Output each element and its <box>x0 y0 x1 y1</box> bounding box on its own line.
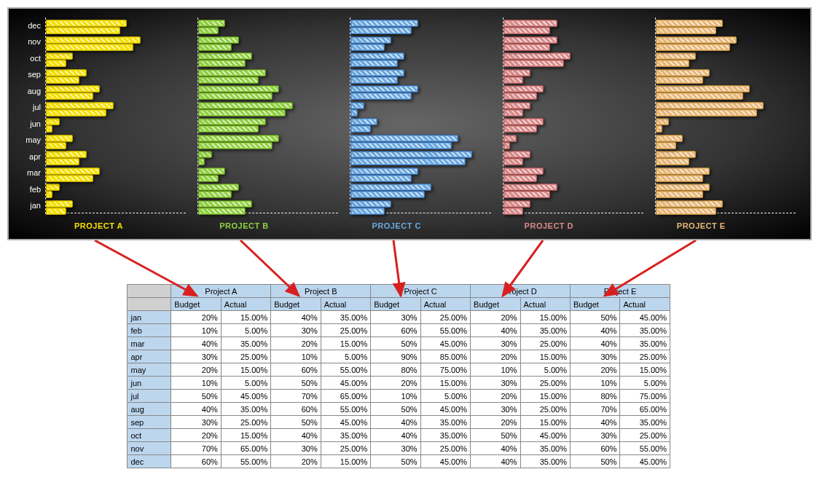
cell-budget[interactable]: 40% <box>471 442 520 455</box>
cell-actual[interactable]: 15.00% <box>221 311 270 324</box>
cell-actual[interactable]: 15.00% <box>221 363 270 377</box>
cell-budget[interactable]: 40% <box>371 416 420 429</box>
cell-actual[interactable]: 45.00% <box>321 377 370 390</box>
cell-actual[interactable]: 5.00% <box>520 363 570 377</box>
cell-budget[interactable]: 20% <box>371 377 420 390</box>
cell-budget[interactable]: 10% <box>570 377 619 390</box>
project-header[interactable]: Project E <box>570 285 670 298</box>
cell-budget[interactable]: 20% <box>171 429 221 442</box>
cell-budget[interactable]: 40% <box>471 324 520 337</box>
cell-budget[interactable]: 10% <box>471 363 520 377</box>
column-header[interactable]: Actual <box>221 298 270 311</box>
month-cell[interactable]: may <box>128 363 171 377</box>
cell-budget[interactable]: 30% <box>171 350 221 363</box>
cell-actual[interactable]: 35.00% <box>620 324 670 337</box>
cell-actual[interactable]: 85.00% <box>420 350 470 363</box>
cell-actual[interactable]: 25.00% <box>520 403 570 416</box>
cell-actual[interactable]: 65.00% <box>620 403 670 416</box>
month-cell[interactable]: aug <box>128 403 171 416</box>
cell-actual[interactable]: 15.00% <box>420 377 470 390</box>
cell-actual[interactable]: 25.00% <box>221 350 270 363</box>
cell-budget[interactable]: 40% <box>271 311 321 324</box>
cell-actual[interactable]: 5.00% <box>221 324 270 337</box>
cell-actual[interactable]: 45.00% <box>620 455 670 468</box>
cell-budget[interactable]: 30% <box>471 377 520 390</box>
cell-budget[interactable]: 40% <box>570 337 619 350</box>
cell-actual[interactable]: 35.00% <box>620 337 670 350</box>
column-header[interactable]: Budget <box>570 298 619 311</box>
month-cell[interactable]: jan <box>128 311 171 324</box>
cell-budget[interactable]: 10% <box>271 350 321 363</box>
cell-budget[interactable]: 10% <box>171 324 221 337</box>
cell-budget[interactable]: 50% <box>371 337 420 350</box>
cell-budget[interactable]: 60% <box>570 442 619 455</box>
cell-budget[interactable]: 20% <box>471 416 520 429</box>
project-header[interactable]: Project A <box>171 285 271 298</box>
cell-budget[interactable]: 10% <box>171 377 221 390</box>
cell-budget[interactable]: 50% <box>371 455 420 468</box>
cell-budget[interactable]: 40% <box>371 429 420 442</box>
project-header[interactable]: Project B <box>271 285 371 298</box>
cell-actual[interactable]: 55.00% <box>620 442 670 455</box>
cell-budget[interactable]: 40% <box>570 324 619 337</box>
cell-actual[interactable]: 5.00% <box>420 390 470 403</box>
cell-actual[interactable]: 35.00% <box>321 429 370 442</box>
month-cell[interactable]: nov <box>128 442 171 455</box>
cell-budget[interactable]: 50% <box>271 377 321 390</box>
cell-actual[interactable]: 25.00% <box>221 416 270 429</box>
cell-budget[interactable]: 90% <box>371 350 420 363</box>
cell-budget[interactable]: 80% <box>371 363 420 377</box>
month-cell[interactable]: mar <box>128 337 171 350</box>
cell-actual[interactable]: 25.00% <box>620 350 670 363</box>
cell-budget[interactable]: 40% <box>570 416 619 429</box>
cell-actual[interactable]: 5.00% <box>620 377 670 390</box>
cell-actual[interactable]: 35.00% <box>420 416 470 429</box>
column-header[interactable]: Budget <box>171 298 221 311</box>
cell-actual[interactable]: 45.00% <box>620 311 670 324</box>
cell-actual[interactable]: 65.00% <box>221 442 270 455</box>
column-header[interactable]: Actual <box>520 298 570 311</box>
cell-actual[interactable]: 25.00% <box>420 311 470 324</box>
cell-budget[interactable]: 50% <box>271 416 321 429</box>
cell-budget[interactable]: 30% <box>171 416 221 429</box>
cell-budget[interactable]: 20% <box>171 363 221 377</box>
cell-actual[interactable]: 35.00% <box>520 324 570 337</box>
cell-budget[interactable]: 30% <box>271 324 321 337</box>
cell-budget[interactable]: 50% <box>570 311 619 324</box>
cell-budget[interactable]: 20% <box>171 311 221 324</box>
cell-budget[interactable]: 30% <box>570 350 619 363</box>
month-cell[interactable]: jun <box>128 377 171 390</box>
cell-budget[interactable]: 50% <box>371 403 420 416</box>
cell-actual[interactable]: 35.00% <box>221 403 270 416</box>
cell-budget[interactable]: 60% <box>171 455 221 468</box>
cell-budget[interactable]: 40% <box>171 337 221 350</box>
column-header[interactable]: Actual <box>321 298 370 311</box>
cell-budget[interactable]: 20% <box>471 311 520 324</box>
column-header[interactable]: Budget <box>371 298 420 311</box>
cell-budget[interactable]: 20% <box>271 455 321 468</box>
cell-actual[interactable]: 15.00% <box>520 390 570 403</box>
cell-actual[interactable]: 45.00% <box>420 403 470 416</box>
month-cell[interactable]: apr <box>128 350 171 363</box>
cell-actual[interactable]: 35.00% <box>420 429 470 442</box>
column-header[interactable]: Budget <box>271 298 321 311</box>
cell-actual[interactable]: 25.00% <box>520 337 570 350</box>
cell-actual[interactable]: 55.00% <box>221 455 270 468</box>
cell-actual[interactable]: 25.00% <box>520 377 570 390</box>
cell-actual[interactable]: 45.00% <box>420 337 470 350</box>
cell-budget[interactable]: 30% <box>371 442 420 455</box>
cell-actual[interactable]: 45.00% <box>221 390 270 403</box>
cell-budget[interactable]: 30% <box>471 403 520 416</box>
cell-budget[interactable]: 20% <box>471 350 520 363</box>
cell-actual[interactable]: 65.00% <box>321 390 370 403</box>
cell-budget[interactable]: 40% <box>471 455 520 468</box>
cell-actual[interactable]: 25.00% <box>420 442 470 455</box>
column-header[interactable]: Budget <box>471 298 520 311</box>
cell-actual[interactable]: 55.00% <box>321 403 370 416</box>
cell-actual[interactable]: 55.00% <box>420 324 470 337</box>
cell-actual[interactable]: 15.00% <box>221 429 270 442</box>
cell-actual[interactable]: 15.00% <box>520 350 570 363</box>
cell-budget[interactable]: 10% <box>371 390 420 403</box>
cell-actual[interactable]: 15.00% <box>321 455 370 468</box>
cell-budget[interactable]: 60% <box>371 324 420 337</box>
